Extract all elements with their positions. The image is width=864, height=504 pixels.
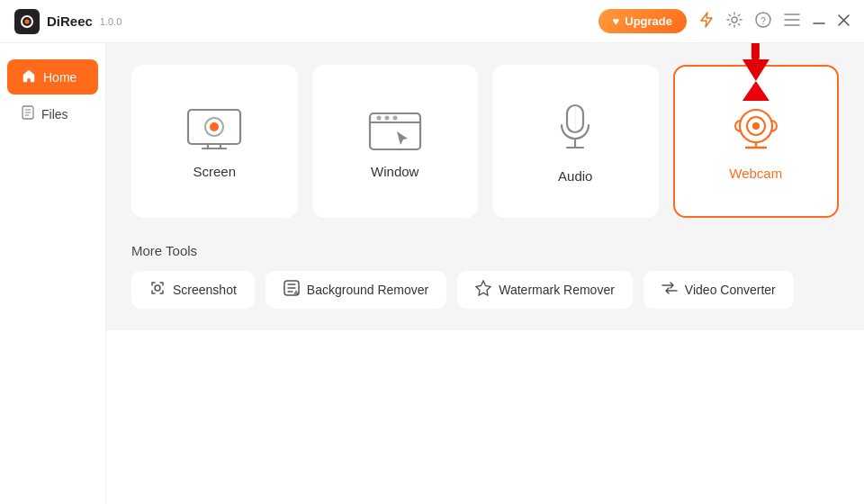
- upgrade-button[interactable]: ♥ Upgrade: [598, 9, 687, 33]
- svg-point-6: [210, 122, 219, 131]
- menu-icon[interactable]: [784, 14, 800, 29]
- files-icon: [22, 105, 34, 122]
- window-label: Window: [371, 164, 418, 179]
- home-icon: [22, 68, 36, 86]
- watermark-remover-tool[interactable]: Watermark Remover: [457, 271, 633, 309]
- svg-point-0: [732, 17, 737, 22]
- titlebar: DiReec 1.0.0 ♥ Upgrade ?: [0, 0, 864, 43]
- help-icon[interactable]: ?: [755, 12, 771, 31]
- background-remover-label: Background Remover: [307, 283, 428, 297]
- svg-point-15: [155, 285, 160, 291]
- sidebar-files-label: Files: [41, 107, 68, 122]
- sidebar: Home Files: [0, 43, 106, 504]
- screen-card-icon: [186, 108, 242, 151]
- upgrade-heart: ♥: [613, 14, 620, 28]
- app-version: 1.0.0: [100, 16, 122, 27]
- webcam-card-icon: [732, 106, 780, 153]
- screenshot-icon: [149, 280, 166, 300]
- svg-point-10: [392, 115, 397, 120]
- app-logo: [14, 9, 40, 34]
- content-area: Screen Window: [106, 43, 864, 504]
- video-converter-label: Video Converter: [685, 283, 776, 297]
- sidebar-item-files[interactable]: Files: [7, 96, 98, 131]
- window-card[interactable]: Window: [312, 65, 479, 218]
- svg-point-8: [376, 115, 381, 120]
- main-content: Screen Window: [106, 43, 864, 330]
- watermark-remover-icon: [475, 280, 491, 300]
- window-card-icon: [368, 108, 422, 151]
- sidebar-item-home[interactable]: Home: [7, 59, 98, 94]
- svg-point-14: [752, 122, 760, 130]
- upgrade-label: Upgrade: [625, 14, 672, 28]
- audio-card-icon: [557, 104, 593, 156]
- video-converter-icon: [662, 282, 678, 298]
- main-layout: Home Files: [0, 43, 864, 504]
- webcam-card[interactable]: Webcam: [673, 65, 840, 218]
- background-remover-tool[interactable]: Background Remover: [266, 271, 446, 309]
- watermark-remover-label: Watermark Remover: [499, 283, 615, 297]
- app-branding: DiReec 1.0.0: [14, 9, 122, 34]
- close-button[interactable]: [838, 14, 850, 29]
- lightning-icon[interactable]: [699, 12, 714, 31]
- more-tools-section: More Tools Screenshot Background Remover: [131, 243, 839, 309]
- tools-grid: Screenshot Background Remover Watermark …: [131, 271, 839, 309]
- audio-label: Audio: [558, 168, 592, 184]
- audio-card[interactable]: Audio: [492, 65, 659, 218]
- svg-point-9: [384, 115, 389, 120]
- video-converter-tool[interactable]: Video Converter: [644, 271, 794, 309]
- settings-icon[interactable]: [726, 12, 742, 31]
- sidebar-home-label: Home: [43, 70, 76, 85]
- app-name: DiReec: [47, 14, 93, 29]
- recording-cards: Screen Window: [131, 65, 839, 218]
- svg-text:?: ?: [760, 16, 766, 26]
- screen-label: Screen: [193, 164, 236, 179]
- titlebar-controls: ♥ Upgrade ?: [598, 9, 850, 33]
- screenshot-tool[interactable]: Screenshot: [131, 271, 255, 309]
- cards-grid: Screen Window: [131, 65, 839, 218]
- minimize-button[interactable]: [813, 14, 825, 29]
- screen-card[interactable]: Screen: [131, 65, 298, 218]
- screenshot-label: Screenshot: [173, 283, 237, 297]
- more-tools-title: More Tools: [131, 243, 839, 258]
- webcam-label: Webcam: [729, 166, 782, 181]
- background-remover-icon: [284, 280, 300, 300]
